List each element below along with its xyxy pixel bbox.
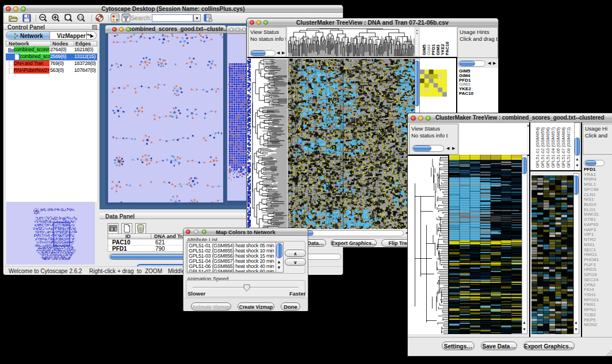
svg-text:1:1: 1:1 xyxy=(78,16,82,19)
